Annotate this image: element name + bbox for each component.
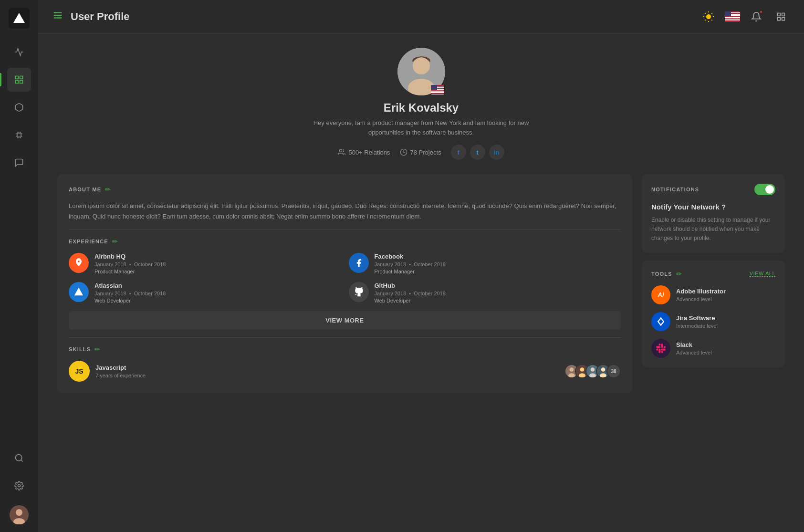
projects-stat: 78 Projects: [400, 148, 441, 156]
tools-view-all-link[interactable]: VIEW ALL: [750, 271, 775, 277]
svg-point-29: [413, 57, 430, 74]
svg-line-19: [711, 20, 712, 20]
sidebar-item-dashboard[interactable]: [7, 68, 31, 92]
github-dates: January 2018 • October 2018: [375, 291, 621, 296]
about-text: Lorem ipsum dolor sit amet, consectetur …: [69, 201, 621, 222]
notifications-bell-icon[interactable]: [748, 8, 765, 25]
svg-point-42: [589, 374, 596, 378]
sidebar-item-chip[interactable]: [7, 123, 31, 147]
view-more-button[interactable]: VIEW MORE: [69, 311, 621, 330]
facebook-name: Facebook: [375, 253, 621, 260]
exp-airbnb: Airbnb HQ January 2018 • October 2018 Pr…: [69, 253, 341, 274]
atlassian-role: Web Developer: [94, 298, 341, 303]
svg-point-41: [591, 367, 595, 372]
github-info: GitHub January 2018 • October 2018 Web D…: [375, 282, 621, 303]
sidebar-item-search[interactable]: [7, 446, 31, 470]
atlassian-dates: January 2018 • October 2018: [94, 291, 341, 296]
tools-title-wrap: TOOLS ✏: [651, 270, 682, 278]
svg-point-31: [340, 149, 342, 152]
slack-level: Advanced level: [676, 350, 775, 355]
linkedin-link[interactable]: in: [489, 145, 504, 160]
js-name: Javascript: [95, 364, 559, 371]
apps-grid-icon[interactable]: [773, 8, 790, 25]
svg-line-7: [21, 460, 23, 462]
github-role: Web Developer: [375, 298, 621, 303]
tools-edit-icon[interactable]: ✏: [676, 270, 682, 278]
js-info: Javascript 7 years of experience: [95, 364, 559, 378]
exp-facebook: Facebook January 2018 • October 2018 Pro…: [349, 253, 621, 274]
topbar: User Profile: [38, 0, 804, 33]
topbar-actions: [700, 8, 790, 25]
svg-rect-5: [17, 133, 21, 137]
language-flag[interactable]: [725, 11, 740, 22]
endorsers-count: 38: [606, 364, 621, 378]
skills-title: SKILLS: [69, 346, 91, 352]
skills-edit-icon[interactable]: ✏: [94, 345, 100, 353]
jira-logo: [651, 312, 670, 331]
airbnb-info: Airbnb HQ January 2018 • October 2018 Pr…: [94, 253, 341, 274]
divider-1: [69, 229, 621, 230]
jira-info: Jira Software Intermediate level: [676, 314, 775, 329]
sidebar-user-avatar[interactable]: [10, 505, 29, 524]
tools-title: TOOLS: [651, 271, 672, 277]
about-title: ABOUT ME: [69, 187, 101, 192]
svg-line-18: [705, 13, 705, 13]
experience-edit-icon[interactable]: ✏: [112, 238, 118, 245]
illustrator-name: Adobe Illustrator: [676, 288, 775, 295]
facebook-role: Product Manager: [375, 269, 621, 274]
airbnb-role: Product Manager: [94, 269, 341, 274]
relations-stat: 500+ Relations: [338, 148, 390, 156]
tool-illustrator: Ai Adobe Illustrator Advanced level: [651, 285, 775, 304]
theme-icon[interactable]: [700, 8, 717, 25]
svg-rect-27: [782, 17, 785, 20]
relations-count: 500+ Relations: [348, 149, 390, 156]
about-edit-icon[interactable]: ✏: [105, 186, 111, 193]
svg-point-38: [580, 367, 585, 372]
tools-header: TOOLS ✏ VIEW ALL: [651, 270, 775, 278]
app-logo[interactable]: [9, 8, 30, 29]
slack-info: Slack Advanced level: [676, 341, 775, 355]
github-logo: [349, 282, 369, 302]
sidebar-item-activity[interactable]: [7, 40, 31, 64]
svg-point-39: [579, 374, 585, 378]
atlassian-name: Atlassian: [94, 282, 341, 289]
sidebar-item-messages[interactable]: [7, 151, 31, 175]
facebook-link[interactable]: f: [451, 145, 466, 160]
exp-github: GitHub January 2018 • October 2018 Web D…: [349, 282, 621, 303]
facebook-logo: [349, 253, 369, 273]
projects-count: 78 Projects: [410, 149, 441, 156]
profile-bio: Hey everyone, Iam a product manager from…: [302, 118, 541, 137]
svg-rect-3: [16, 81, 19, 83]
jira-level: Intermediate level: [676, 323, 775, 329]
page-content: Erik Kovalsky Hey everyone, Iam a produc…: [38, 33, 804, 532]
facebook-info: Facebook January 2018 • October 2018 Pro…: [375, 253, 621, 274]
about-section-header: ABOUT ME ✏: [69, 186, 621, 193]
tools-card: TOOLS ✏ VIEW ALL Ai Adobe Illustrator Ad…: [642, 261, 785, 367]
main-card: ABOUT ME ✏ Lorem ipsum dolor sit amet, c…: [57, 174, 632, 393]
svg-rect-2: [20, 76, 23, 79]
sidebar-item-3d[interactable]: [7, 95, 31, 119]
airbnb-name: Airbnb HQ: [94, 253, 341, 260]
atlassian-logo: [69, 282, 89, 302]
svg-rect-4: [20, 81, 23, 83]
atlassian-info: Atlassian January 2018 • October 2018 We…: [94, 282, 341, 303]
notifications-card: NOTIFICATIONS Notify Your Network ? Enab…: [642, 174, 785, 253]
svg-rect-25: [782, 13, 785, 16]
sidebar-item-settings[interactable]: [7, 474, 31, 498]
twitter-link[interactable]: t: [470, 145, 485, 160]
cards-row: ABOUT ME ✏ Lorem ipsum dolor sit amet, c…: [57, 174, 785, 393]
experience-title: EXPERIENCE: [69, 239, 108, 244]
skills-section-header: SKILLS ✏: [69, 345, 621, 353]
profile-avatar-wrap: [397, 48, 445, 95]
js-badge: JS: [69, 361, 90, 382]
facebook-dates: January 2018 • October 2018: [375, 261, 621, 267]
svg-point-6: [16, 455, 22, 461]
svg-rect-26: [778, 17, 781, 20]
svg-point-44: [601, 367, 606, 372]
notifications-toggle[interactable]: [754, 184, 775, 195]
skill-javascript-row: JS Javascript 7 years of experience: [69, 361, 621, 382]
svg-point-36: [568, 374, 575, 378]
menu-icon[interactable]: [52, 10, 63, 23]
illustrator-logo: Ai: [651, 285, 670, 304]
illustrator-info: Adobe Illustrator Advanced level: [676, 288, 775, 302]
